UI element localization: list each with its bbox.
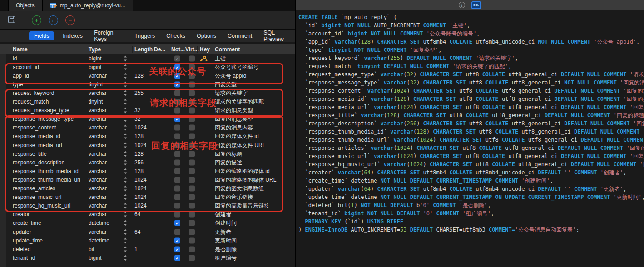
not-null-checkbox[interactable] [174,194,180,200]
type-stepper-icon[interactable] [124,116,128,122]
delete-field-button[interactable]: − [65,15,75,25]
column-header-name[interactable]: Name [13,46,28,53]
field-row-app_id[interactable]: app_idvarchar128公众号 appId [0,71,295,80]
type-stepper-icon[interactable] [124,125,128,131]
virtual-checkbox[interactable] [189,116,195,122]
type-stepper-icon[interactable] [124,99,128,105]
not-null-checkbox[interactable] [174,246,180,252]
not-null-checkbox[interactable] [174,108,180,114]
type-stepper-icon[interactable] [124,168,128,174]
designer-tab-indexes[interactable]: Indexes [60,31,85,40]
field-row-request_keyword[interactable]: request_keywordvarchar255请求的关键字 [0,89,295,97]
virtual-checkbox[interactable] [189,142,195,148]
virtual-checkbox[interactable] [189,159,195,165]
type-stepper-icon[interactable] [124,177,128,183]
designer-tab-fields[interactable]: Fields [29,31,54,40]
not-null-checkbox[interactable] [174,159,180,165]
virtual-checkbox[interactable] [189,81,195,87]
designer-tab-triggers[interactable]: Triggers [132,31,158,40]
field-row-update_time[interactable]: update_timedatetime更新时间 [0,236,295,245]
field-row-type[interactable]: typetinyint回复类型 [0,80,295,89]
designer-tab-sql-preview[interactable]: SQL Preview [261,28,295,44]
not-null-checkbox[interactable] [174,134,180,139]
not-null-checkbox[interactable] [174,220,180,226]
not-null-checkbox[interactable] [174,203,180,209]
type-stepper-icon[interactable] [124,159,128,165]
type-stepper-icon[interactable] [124,81,128,87]
add-field-button[interactable]: + [32,15,41,25]
type-stepper-icon[interactable] [124,186,128,192]
type-stepper-icon[interactable] [124,90,128,96]
save-button[interactable] [8,15,16,25]
field-row-id[interactable]: idbigint1主键 [0,54,295,63]
not-null-checkbox[interactable] [174,186,180,192]
type-stepper-icon[interactable] [124,194,128,200]
not-null-checkbox[interactable] [174,177,180,183]
info-icon[interactable]: i [459,2,465,8]
field-row-response_title[interactable]: response_titlevarchar128回复的标题 [0,149,295,158]
designer-tab-options[interactable]: Options [194,31,219,40]
type-stepper-icon[interactable] [124,255,128,261]
not-null-checkbox[interactable] [174,81,180,87]
virtual-checkbox[interactable] [189,177,195,183]
type-stepper-icon[interactable] [124,134,128,139]
not-null-checkbox[interactable] [174,229,180,235]
not-null-checkbox[interactable] [174,255,180,261]
field-row-response_description[interactable]: response_descriptionvarchar256回复的描述 [0,158,295,167]
type-stepper-icon[interactable] [124,246,128,252]
type-stepper-icon[interactable] [124,151,128,157]
field-row-response_content[interactable]: response_contentvarchar1024回复的消息内容 [0,124,295,132]
ddl-toggle-icon[interactable]: DDL [471,1,481,9]
designer-tab-checks[interactable]: Checks [163,31,188,40]
field-row-response_thumb_media_url[interactable]: response_thumb_media_urlvarchar1024回复的缩略… [0,175,295,184]
designer-tab-foreign-keys[interactable]: Foreign Keys [91,28,126,44]
type-stepper-icon[interactable] [124,142,128,148]
type-stepper-icon[interactable] [124,237,128,243]
virtual-checkbox[interactable] [189,246,195,252]
type-stepper-icon[interactable] [124,64,128,70]
field-row-response_music_url[interactable]: response_music_urlvarchar1024回复的音乐链接 [0,193,295,202]
virtual-checkbox[interactable] [189,99,195,105]
not-null-checkbox[interactable] [174,116,180,122]
type-stepper-icon[interactable] [124,55,128,61]
virtual-checkbox[interactable] [189,229,195,235]
type-stepper-icon[interactable] [124,73,128,79]
field-row-creator[interactable]: creatorvarchar64创建者 [0,210,295,219]
virtual-checkbox[interactable] [189,255,195,261]
designer-tab-comment[interactable]: Comment [225,31,255,40]
field-row-request_message_type[interactable]: request_message_typevarchar32请求的消息类型 [0,106,295,115]
tab-table-designer[interactable]: mp_auto_reply@ruoyi-vu... [42,0,133,11]
field-row-response_articles[interactable]: response_articlesvarchar1024回复的图文消息数组 [0,184,295,193]
not-null-checkbox[interactable] [174,151,180,157]
field-row-request_match[interactable]: request_matchtinyint请求的关键字的匹配 [0,98,295,106]
type-stepper-icon[interactable] [124,229,128,235]
virtual-checkbox[interactable] [189,212,195,218]
not-null-checkbox[interactable] [174,64,180,70]
not-null-checkbox[interactable] [174,73,180,79]
field-row-updater[interactable]: updatervarchar64更新者 [0,227,295,236]
virtual-checkbox[interactable] [189,64,195,70]
type-stepper-icon[interactable] [124,212,128,218]
field-row-response_thumb_media_id[interactable]: response_thumb_media_idvarchar128回复的缩略图的… [0,167,295,175]
tab-objects[interactable]: Objects [8,0,42,11]
insert-field-button[interactable]: ← [49,15,58,25]
field-row-create_time[interactable]: create_timedatetime创建时间 [0,219,295,227]
virtual-checkbox[interactable] [189,108,195,114]
type-stepper-icon[interactable] [124,203,128,209]
column-header-type[interactable]: Type [89,46,101,53]
field-row-deleted[interactable]: deletedbit1是否删除 [0,245,295,253]
type-stepper-icon[interactable] [124,108,128,114]
field-row-response_message_type[interactable]: response_message_typevarchar32回复的消息类型 [0,115,295,124]
field-row-response_media_url[interactable]: response_media_urlvarchar1024回复的媒体文件 URL [0,141,295,149]
virtual-checkbox[interactable] [189,73,195,79]
field-row-account_id[interactable]: account_idbigint公众号账号的编号 [0,63,295,71]
type-stepper-icon[interactable] [124,220,128,226]
field-row-response_media_id[interactable]: response_media_idvarchar128回复的媒体文件 id [0,132,295,141]
virtual-checkbox[interactable] [189,186,195,192]
field-row-tenant_id[interactable]: tenant_idbigint租户编号 [0,253,295,262]
not-null-checkbox[interactable] [174,125,180,131]
virtual-checkbox[interactable] [189,55,195,61]
field-row-response_hq_music_url[interactable]: response_hq_music_urlvarchar1024回复的高质量音乐… [0,202,295,210]
virtual-checkbox[interactable] [189,134,195,139]
virtual-checkbox[interactable] [189,220,195,226]
